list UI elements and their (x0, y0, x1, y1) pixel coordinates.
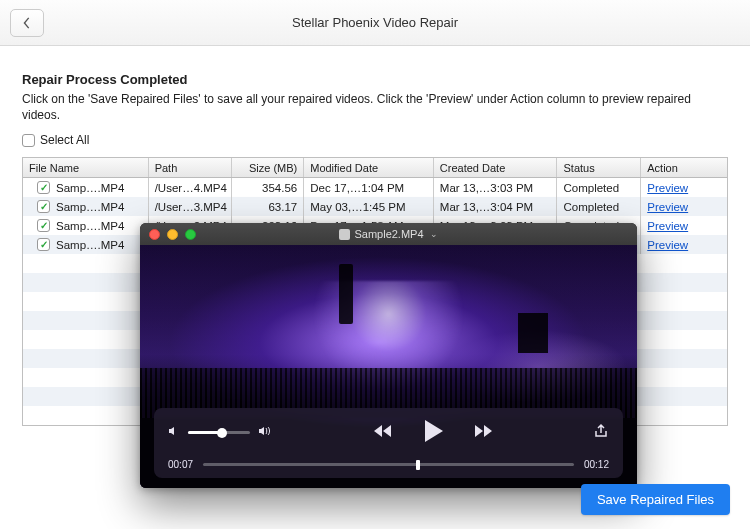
col-modified[interactable]: Modified Date (304, 158, 434, 177)
cell-path: /User…4.MP4 (149, 178, 233, 197)
cell-filename: Samp….MP4 (56, 182, 124, 194)
player-title-text: Sample2.MP4 (354, 228, 423, 240)
window-titlebar: Stellar Phoenix Video Repair i ? (0, 0, 750, 46)
cell-size: 354.56 (232, 178, 304, 197)
scrubber[interactable] (203, 463, 574, 466)
cell-size: 63.17 (232, 197, 304, 216)
preview-link[interactable]: Preview (647, 220, 688, 232)
duration-time: 00:12 (584, 459, 609, 470)
back-button[interactable] (10, 9, 44, 37)
table-header: File Name Path Size (MB) Modified Date C… (23, 158, 727, 178)
elapsed-time: 00:07 (168, 459, 193, 470)
forward-button[interactable] (471, 422, 493, 443)
col-status[interactable]: Status (557, 158, 641, 177)
cell-modified: Dec 17,…1:04 PM (304, 178, 434, 197)
preview-link[interactable]: Preview (647, 182, 688, 194)
table-row[interactable]: Samp….MP4/User…4.MP4354.56Dec 17,…1:04 P… (23, 178, 727, 197)
volume-control[interactable] (168, 425, 272, 440)
cell-status: Completed (557, 197, 641, 216)
cell-filename: Samp….MP4 (56, 220, 124, 232)
row-checkbox[interactable] (37, 238, 50, 251)
preview-link[interactable]: Preview (647, 201, 688, 213)
cell-modified: May 03,…1:45 PM (304, 197, 434, 216)
page-heading: Repair Process Completed (22, 72, 732, 87)
table-row[interactable]: Samp….MP4/User…3.MP463.17May 03,…1:45 PM… (23, 197, 727, 216)
col-action[interactable]: Action (641, 158, 727, 177)
preview-player-window[interactable]: Sample2.MP4 00:07 (140, 223, 637, 488)
row-checkbox[interactable] (37, 181, 50, 194)
save-repaired-files-button[interactable]: Save Repaired Files (581, 484, 730, 515)
cell-created: Mar 13,…3:04 PM (434, 197, 558, 216)
col-created[interactable]: Created Date (434, 158, 558, 177)
rewind-button[interactable] (373, 422, 395, 443)
cell-status: Completed (557, 178, 641, 197)
file-icon (339, 229, 350, 240)
page-description: Click on the 'Save Repaired Files' to sa… (22, 91, 712, 123)
cell-filename: Samp….MP4 (56, 239, 124, 251)
col-size[interactable]: Size (MB) (232, 158, 304, 177)
speaker-high-icon (258, 425, 272, 440)
cell-filename: Samp….MP4 (56, 201, 124, 213)
cell-created: Mar 13,…3:03 PM (434, 178, 558, 197)
volume-slider[interactable] (188, 431, 250, 434)
col-path[interactable]: Path (149, 158, 233, 177)
select-all-checkbox[interactable] (22, 134, 35, 147)
row-checkbox[interactable] (37, 219, 50, 232)
chevron-left-icon (22, 17, 32, 29)
video-frame: 00:07 00:12 (140, 245, 637, 488)
col-filename[interactable]: File Name (23, 158, 149, 177)
select-all-label: Select All (40, 133, 89, 147)
share-button[interactable] (593, 423, 609, 442)
row-checkbox[interactable] (37, 200, 50, 213)
preview-link[interactable]: Preview (647, 239, 688, 251)
play-button[interactable] (421, 418, 445, 447)
cell-path: /User…3.MP4 (149, 197, 233, 216)
player-controls: 00:07 00:12 (154, 408, 623, 478)
player-titlebar[interactable]: Sample2.MP4 (140, 223, 637, 245)
speaker-low-icon (168, 425, 180, 440)
player-title[interactable]: Sample2.MP4 (140, 228, 637, 240)
